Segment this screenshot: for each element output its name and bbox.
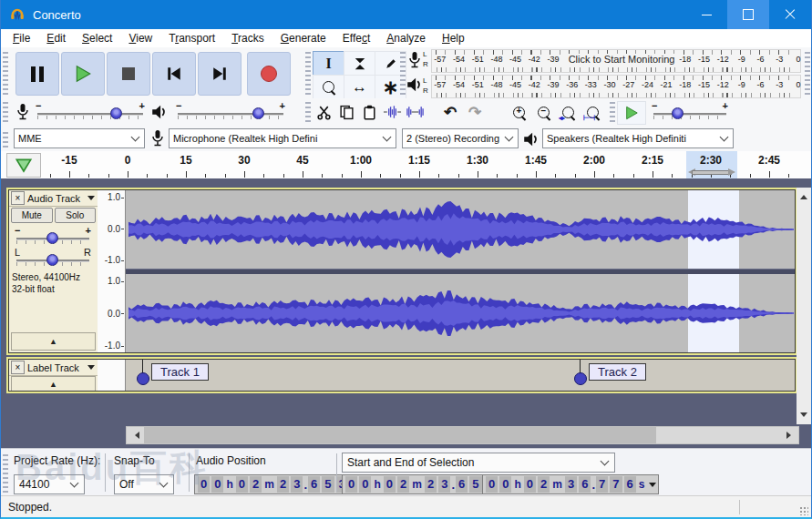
mute-button[interactable]: Mute bbox=[11, 208, 53, 223]
selection-end-field[interactable]: 00h02m36.776s bbox=[482, 474, 659, 494]
timeline-selection-arrow[interactable] bbox=[686, 168, 737, 175]
recording-meter[interactable]: -57-54-51-48-45-42-39-36-33-30-27-24-21-… bbox=[431, 49, 801, 73]
timeline-ruler[interactable]: -1501530451:001:151:301:452:002:152:302:… bbox=[1, 151, 811, 179]
snap-to-select[interactable]: Off bbox=[114, 474, 174, 494]
play-button[interactable] bbox=[61, 52, 105, 96]
meter-monitor-hint[interactable]: Click to Start Monitoring bbox=[564, 54, 678, 65]
track-collapse-button[interactable]: ▲ bbox=[11, 332, 96, 351]
undo-button[interactable]: ↶ bbox=[438, 101, 462, 123]
gain-slider[interactable]: − + bbox=[13, 226, 93, 246]
toolbar-grip[interactable] bbox=[610, 102, 615, 122]
project-rate-select[interactable]: 44100 bbox=[14, 474, 85, 494]
redo-icon: ↷ bbox=[468, 103, 481, 122]
menu-file[interactable]: File bbox=[5, 29, 38, 47]
horizontal-scrollbar[interactable] bbox=[126, 426, 799, 444]
vertical-ruler[interactable]: 1.0 0.0 -1.0 1.0 0.0 -1.0 bbox=[98, 190, 126, 352]
pan-slider[interactable]: L R bbox=[13, 248, 93, 268]
waveform-right-channel[interactable] bbox=[126, 274, 795, 352]
scroll-right-arrow[interactable] bbox=[782, 427, 798, 443]
pan-left-label: L bbox=[15, 247, 20, 258]
slider-thumb[interactable] bbox=[110, 107, 122, 119]
silence-audio-icon bbox=[406, 105, 425, 119]
menu-transport[interactable]: Transport bbox=[160, 29, 223, 47]
playback-meter[interactable]: -57-54-51-48-45-42-39-36-33-30-27-24-21-… bbox=[431, 75, 801, 98]
microphone-icon[interactable] bbox=[407, 51, 422, 69]
label-text[interactable]: Track 2 bbox=[589, 363, 646, 381]
stop-button[interactable] bbox=[107, 52, 150, 96]
waveform-area[interactable] bbox=[126, 190, 795, 352]
slider-thumb[interactable] bbox=[46, 232, 58, 244]
vertical-scrollbar[interactable] bbox=[797, 188, 811, 424]
audio-host-select[interactable]: MME bbox=[14, 128, 145, 148]
toolbar-grip[interactable] bbox=[305, 102, 311, 122]
fit-selection-button[interactable]: ◂▸ bbox=[557, 101, 580, 123]
label-text[interactable]: Track 1 bbox=[151, 363, 209, 381]
track-title[interactable]: Label Track bbox=[27, 362, 87, 373]
menu-edit[interactable]: Edit bbox=[38, 29, 74, 47]
close-button[interactable] bbox=[769, 0, 811, 29]
time-shift-tool-button[interactable]: ↔ bbox=[344, 75, 375, 99]
solo-button[interactable]: Solo bbox=[55, 208, 97, 223]
menu-tracks[interactable]: Tracks bbox=[223, 29, 272, 47]
skip-to-end-button[interactable] bbox=[198, 52, 242, 96]
menu-view[interactable]: View bbox=[120, 29, 160, 47]
recording-volume-slider[interactable]: − + bbox=[34, 101, 147, 123]
scroll-down-arrow[interactable] bbox=[797, 409, 811, 424]
play-at-speed-button[interactable] bbox=[617, 101, 646, 125]
toolbar-grip[interactable] bbox=[805, 51, 810, 95]
record-button[interactable] bbox=[247, 52, 291, 96]
playback-speed-slider[interactable]: − + bbox=[650, 101, 730, 123]
track-title[interactable]: Audio Track bbox=[27, 193, 87, 204]
maximize-button[interactable] bbox=[727, 0, 769, 29]
toolbar-grip[interactable] bbox=[305, 51, 311, 95]
track-menu-caret-icon[interactable] bbox=[87, 365, 95, 373]
waveform-left-channel[interactable] bbox=[126, 190, 795, 269]
track-menu-caret-icon[interactable] bbox=[87, 196, 95, 204]
zoom-in-button[interactable]: + bbox=[508, 101, 530, 123]
copy-button[interactable] bbox=[335, 101, 358, 123]
menu-analyze[interactable]: Analyze bbox=[378, 29, 434, 47]
paste-button[interactable] bbox=[358, 101, 381, 123]
chevron-down-icon bbox=[383, 133, 392, 142]
toolbar-grip[interactable] bbox=[3, 102, 8, 122]
cut-button[interactable] bbox=[313, 101, 335, 123]
label-handle-icon[interactable] bbox=[574, 372, 587, 385]
trim-audio-button[interactable] bbox=[381, 101, 404, 123]
minimize-button[interactable] bbox=[685, 0, 727, 29]
selection-tool-button[interactable]: I bbox=[313, 51, 344, 76]
selection-mode-select[interactable]: Start and End of Selection bbox=[342, 453, 615, 473]
redo-button[interactable]: ↷ bbox=[463, 101, 487, 123]
slider-thumb[interactable] bbox=[46, 254, 58, 266]
zoom-tool-button[interactable] bbox=[313, 75, 344, 99]
menu-help[interactable]: Help bbox=[434, 29, 473, 47]
horizontal-scroll-thumb[interactable] bbox=[144, 427, 656, 443]
menu-generate[interactable]: Generate bbox=[272, 29, 334, 47]
slider-thumb[interactable] bbox=[252, 107, 264, 119]
skip-to-start-button[interactable] bbox=[152, 52, 196, 96]
menu-select[interactable]: Select bbox=[74, 29, 120, 47]
fit-project-button[interactable]: ⊢⊣ bbox=[581, 101, 604, 123]
playback-volume-slider[interactable]: − + bbox=[174, 101, 287, 123]
track-collapse-button[interactable]: ▲ bbox=[11, 376, 96, 391]
quick-play-button[interactable] bbox=[6, 153, 41, 178]
toolbar-grip[interactable] bbox=[3, 129, 8, 148]
recording-device-select[interactable]: Microphone (Realtek High Defini bbox=[169, 128, 396, 148]
recording-channels-select[interactable]: 2 (Stereo) Recording Channels bbox=[402, 128, 519, 148]
silence-audio-button[interactable] bbox=[404, 101, 427, 123]
slider-thumb[interactable] bbox=[672, 107, 684, 119]
toolbar-grip[interactable] bbox=[3, 51, 8, 95]
toolbar-grip[interactable] bbox=[3, 453, 8, 493]
label-track-content[interactable]: Track 1Track 2 bbox=[126, 360, 795, 391]
speaker-icon[interactable] bbox=[406, 76, 424, 93]
resize-grip[interactable] bbox=[799, 506, 808, 515]
zoom-out-button[interactable]: − bbox=[532, 101, 555, 123]
envelope-tool-button[interactable] bbox=[344, 51, 375, 76]
scroll-up-arrow[interactable] bbox=[797, 188, 811, 203]
playback-device-select[interactable]: Speakers (Realtek High Definiti bbox=[542, 128, 734, 148]
track-close-button[interactable]: × bbox=[11, 191, 25, 205]
track-close-button[interactable]: × bbox=[11, 361, 25, 374]
menu-effect[interactable]: Effect bbox=[334, 29, 378, 47]
label-handle-icon[interactable] bbox=[137, 372, 149, 385]
scroll-left-arrow[interactable] bbox=[127, 427, 143, 443]
pause-button[interactable] bbox=[15, 52, 59, 96]
